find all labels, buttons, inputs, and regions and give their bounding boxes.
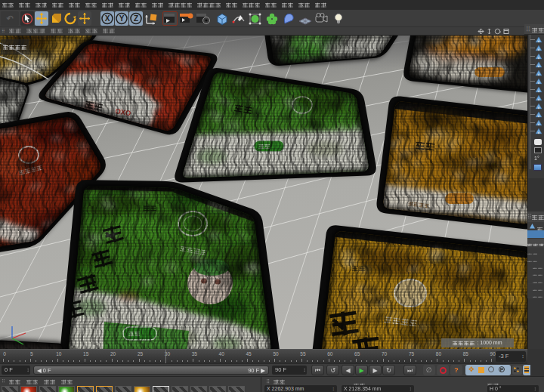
svg-text:X: X <box>105 14 110 23</box>
svg-text:Y: Y <box>119 14 125 23</box>
svg-text:Z: Z <box>134 14 138 23</box>
